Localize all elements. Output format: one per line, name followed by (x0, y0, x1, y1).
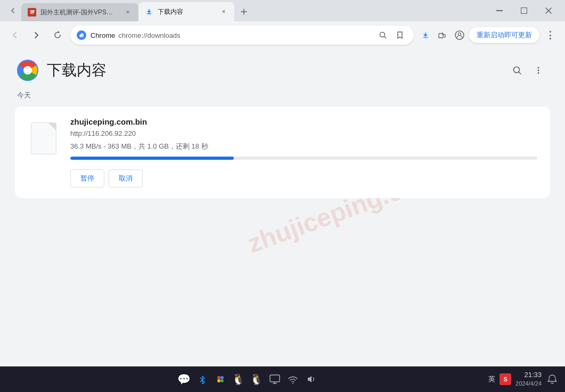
svg-point-15 (514, 67, 520, 73)
svg-point-24 (292, 383, 293, 384)
download-icon[interactable] (418, 28, 433, 43)
taskbar-bluetooth-icon[interactable] (195, 372, 210, 387)
svg-rect-23 (270, 375, 280, 382)
downloads-more-button[interactable] (529, 61, 548, 80)
svg-point-16 (538, 67, 539, 69)
address-url: chrome://downloads (118, 31, 180, 39)
file-icon (31, 123, 56, 154)
downloads-title: 下载内容 (47, 60, 499, 80)
title-bar: 评 国外主机测评-国外VPS、国外... × 下载内容 × (0, 0, 565, 21)
taskbar-notification-icon[interactable] (546, 373, 559, 386)
update-button[interactable]: 重新启动即可更新 (469, 27, 539, 43)
taskbar-date-value: 2024/4/24 (515, 380, 542, 387)
svg-rect-8 (423, 37, 428, 38)
download-actions: 暂停 取消 (70, 169, 537, 187)
downloads-header: 下载内容 (0, 49, 565, 86)
svg-point-22 (220, 379, 224, 382)
tab-title-1: 国外主机测评-国外VPS、国外... (40, 8, 119, 17)
nav-right: 重新启动即可更新 ⋮ (418, 27, 559, 44)
svg-rect-10 (442, 32, 443, 35)
tab-active-2[interactable]: 下载内容 × (138, 2, 234, 21)
taskbar-time-value: 21:33 (515, 371, 542, 380)
taskbar: 💬 🐧 🐧 英 (0, 366, 565, 392)
svg-point-12 (458, 33, 461, 36)
back-button[interactable] (6, 27, 23, 44)
taskbar-sougou-icon[interactable]: S (500, 373, 511, 385)
progress-bar-container (70, 157, 537, 160)
svg-rect-3 (521, 8, 527, 14)
file-name: zhujiceping.com.bin (70, 117, 537, 126)
taskbar-clock[interactable]: 21:33 2024/4/24 (515, 371, 542, 387)
svg-point-20 (220, 376, 224, 379)
file-url: http://116.206.92.220 (70, 129, 537, 137)
tab-back-btn[interactable] (4, 2, 21, 19)
tab-favicon-2 (145, 7, 153, 16)
new-tab-button[interactable] (236, 4, 251, 19)
address-search-icon[interactable] (375, 28, 390, 43)
taskbar-qq2-icon[interactable]: 🐧 (249, 372, 264, 387)
forward-button[interactable] (28, 27, 45, 44)
window-controls (483, 0, 565, 21)
taskbar-qq1-icon[interactable]: 🐧 (231, 372, 246, 387)
downloads-search-button[interactable] (507, 61, 527, 80)
minimize-button[interactable] (487, 0, 512, 21)
tab-title-2: 下载内容 (158, 7, 215, 17)
download-card: zhujiceping.com.bin http://116.206.92.22… (15, 107, 550, 198)
tab-favicon-1: 评 (28, 8, 36, 17)
cancel-button[interactable]: 取消 (109, 169, 143, 187)
refresh-button[interactable] (49, 27, 66, 44)
taskbar-lang[interactable]: 英 (488, 374, 495, 384)
tab-inactive-1[interactable]: 评 国外主机测评-国外VPS、国外... × (21, 3, 138, 21)
taskbar-wechat-icon[interactable]: 💬 (177, 372, 192, 387)
taskbar-wifi-icon[interactable] (285, 372, 300, 387)
bookmark-icon[interactable] (392, 28, 407, 43)
taskbar-right: 英 S 21:33 2024/4/24 (488, 371, 559, 387)
chrome-logo (17, 60, 38, 81)
downloads-page: zhujiceping.com 下载内容 今天 (0, 49, 565, 366)
address-bar[interactable]: Chrome chrome://downloads (70, 26, 414, 45)
tab-close-2[interactable]: × (219, 7, 228, 16)
extension-icon[interactable] (435, 28, 450, 43)
nav-bar: Chrome chrome://downloads 重新启动即可更新 ⋮ (0, 21, 565, 49)
tab-strip: 评 国外主机测评-国外VPS、国外... × 下载内容 × (0, 0, 483, 21)
download-info: zhujiceping.com.bin http://116.206.92.22… (70, 117, 537, 187)
svg-rect-1 (147, 13, 151, 14)
svg-point-17 (538, 70, 539, 71)
download-status: 36.3 MB/s - 363 MB，共 1.0 GB，还剩 18 秒 (70, 142, 537, 151)
header-icons (507, 61, 548, 80)
svg-point-21 (217, 379, 220, 382)
more-options-button[interactable]: ⋮ (542, 27, 559, 44)
taskbar-volume-icon[interactable] (304, 372, 318, 387)
svg-point-19 (217, 376, 220, 379)
svg-point-14 (23, 66, 32, 75)
profile-icon[interactable] (452, 28, 467, 43)
taskbar-color-icon[interactable] (213, 372, 228, 387)
svg-point-5 (80, 34, 83, 37)
address-text: Chrome chrome://downloads (91, 31, 371, 39)
file-icon-wrapper (28, 119, 60, 158)
address-brand: Chrome (91, 31, 115, 39)
taskbar-icons: 💬 🐧 🐧 (6, 372, 488, 387)
pause-button[interactable]: 暂停 (70, 169, 104, 187)
progress-bar-fill (70, 157, 234, 160)
tab-close-1[interactable]: × (124, 8, 132, 17)
close-button[interactable] (536, 0, 561, 21)
section-label: 今天 (0, 86, 565, 104)
svg-point-18 (538, 72, 539, 74)
maximize-button[interactable] (512, 0, 536, 21)
svg-rect-2 (496, 10, 503, 11)
taskbar-display-icon[interactable] (267, 372, 282, 387)
address-icons (375, 28, 407, 43)
chrome-icon-small (77, 30, 86, 40)
